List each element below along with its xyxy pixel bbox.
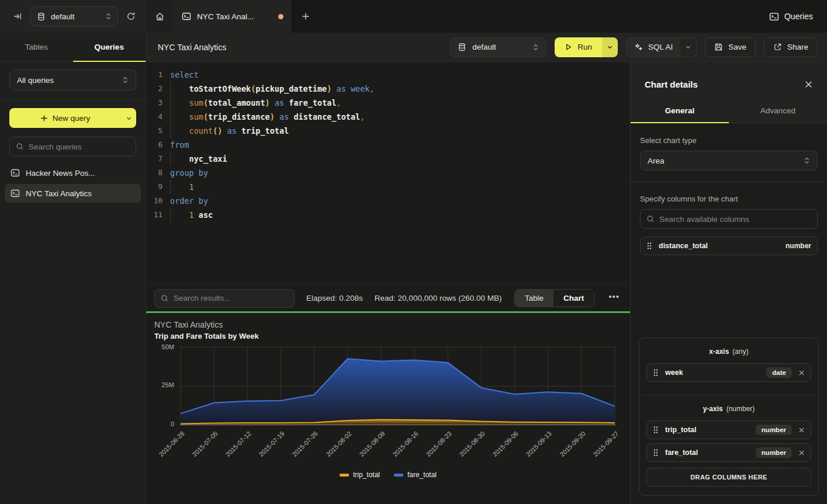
queries-menu-label: Queries [784, 12, 813, 21]
drag-columns-dropzone[interactable]: DRAG COLUMNS HERE [646, 468, 811, 486]
y-axis-column-trip-total[interactable]: trip_total number [646, 420, 811, 439]
results-more-button[interactable]: ••• [606, 291, 622, 305]
query-tab-label: NYC Taxi Anal... [197, 12, 254, 21]
x-axis-label-text: 2015-07-05 [191, 430, 219, 458]
y-axis-heading: y-axis(number) [646, 405, 811, 413]
query-search-input[interactable] [29, 142, 130, 151]
query-filter-select[interactable]: All queries [9, 69, 136, 91]
chart-subtitle: Trip and Fare Totals by Week [154, 332, 630, 340]
code-token: , [369, 84, 374, 93]
close-panel-button[interactable] [804, 80, 813, 89]
elapsed-stat: Elapsed: 0.208s [306, 294, 363, 303]
view-toggle-table[interactable]: Table [515, 290, 553, 307]
chevron-updown-icon [532, 44, 539, 51]
x-axis-label-text: 2015-08-16 [391, 430, 419, 458]
code-token [170, 182, 189, 192]
code-line[interactable]: 11 1 asc [146, 208, 630, 222]
new-tab-button[interactable] [292, 0, 320, 33]
panel-tab-advanced[interactable]: Advanced [729, 100, 827, 123]
chart-title: NYC Taxi Analytics [154, 320, 630, 329]
column-name: fare_total [665, 449, 698, 457]
saved-query-item[interactable]: NYC Taxi Analytics [5, 184, 141, 203]
sidebar-tab-queries[interactable]: Queries [73, 33, 146, 61]
x-axis-heading: x-axis(any) [646, 347, 811, 356]
home-tab[interactable] [146, 0, 174, 33]
code-line[interactable]: 7 nyc_taxi [146, 152, 630, 166]
column-name: distance_total [659, 242, 708, 250]
refresh-button[interactable] [123, 8, 139, 25]
code-token [275, 112, 279, 121]
code-line[interactable]: 8group by [146, 166, 630, 180]
sql-ai-main[interactable]: SQL AI [627, 38, 680, 57]
run-button-main[interactable]: Run [555, 37, 602, 57]
code-line[interactable]: 4 sum(trip_distance) as distance_total, [146, 110, 630, 124]
code-line[interactable]: 1select [146, 68, 630, 82]
x-axis-column-week[interactable]: week date [646, 363, 811, 382]
results-bar: Elapsed: 0.208s Read: 20,000,000 rows (2… [146, 284, 630, 311]
save-label: Save [728, 43, 746, 51]
query-icon [11, 189, 20, 198]
database-icon [37, 12, 46, 21]
saved-query-item[interactable]: Hacker News Pos... [5, 164, 141, 182]
sql-ai-dropdown[interactable] [680, 38, 696, 57]
available-column-distance-total[interactable]: distance_total number [640, 237, 818, 255]
collapse-sidebar-button[interactable] [9, 8, 26, 25]
code-token: week [351, 84, 370, 93]
line-number: 3 [146, 96, 162, 110]
code-line[interactable]: 5 count() as trip_total [146, 124, 630, 138]
panel-tab-general[interactable]: General [631, 100, 729, 123]
area-chart-svg[interactable] [180, 346, 615, 425]
sql-editor[interactable]: 1select2 toStartOfWeek(pickup_datetime) … [146, 62, 630, 284]
column-name: trip_total [665, 426, 696, 434]
code-line[interactable]: 10order by [146, 194, 630, 208]
code-text: sum(trip_distance) as distance_total, [162, 110, 365, 124]
results-search-input[interactable] [174, 294, 288, 303]
drag-handle-icon[interactable] [653, 369, 659, 377]
indent-guide [170, 82, 171, 96]
chart-type-label: Select chart type [640, 136, 818, 145]
new-query-button[interactable]: New query [9, 108, 136, 128]
run-button[interactable]: Run [555, 37, 618, 57]
chart-type-select[interactable]: Area [640, 151, 818, 171]
remove-column-button[interactable] [798, 370, 805, 376]
code-token [170, 84, 189, 93]
legend-item[interactable]: trip_total [340, 471, 380, 479]
query-tab-nyc-taxi[interactable]: NYC Taxi Anal... [174, 0, 292, 33]
panel-tab-general-label: General [665, 106, 694, 115]
code-line[interactable]: 9 1 [146, 180, 630, 194]
sql-ai-button[interactable]: SQL AI [626, 37, 697, 57]
code-text: nyc_taxi [162, 152, 227, 166]
code-text: select [162, 68, 199, 82]
queries-menu-button[interactable]: Queries [769, 0, 827, 33]
code-line[interactable]: 3 sum(total_amount) as fare_total, [146, 96, 630, 110]
view-toggle-chart[interactable]: Chart [553, 290, 594, 307]
y-axis-column-fare-total[interactable]: fare_total number [646, 443, 811, 462]
new-query-dropdown[interactable] [121, 108, 136, 128]
share-button[interactable]: Share [764, 37, 818, 57]
panel-tabs: General Advanced [631, 100, 827, 123]
drag-handle-icon[interactable] [653, 426, 659, 434]
run-options-dropdown[interactable] [602, 37, 618, 57]
sparkle-icon [634, 43, 643, 51]
remove-column-button[interactable] [798, 450, 805, 456]
legend-label: fare_total [407, 471, 437, 479]
page-layout: Tables Queries All queries New query [0, 33, 827, 504]
drag-handle-icon[interactable] [653, 449, 659, 457]
columns-search-input[interactable] [659, 215, 811, 224]
code-token: toStartOfWeek [189, 84, 251, 93]
code-line[interactable]: 2 toStartOfWeek(pickup_datetime) as week… [146, 82, 630, 96]
legend-item[interactable]: fare_total [394, 471, 437, 479]
save-button[interactable]: Save [705, 37, 756, 57]
editor-database-select[interactable]: default [450, 37, 546, 57]
new-query-main[interactable]: New query [9, 108, 121, 128]
view-toggle: Table Chart [514, 289, 595, 307]
code-line[interactable]: 6from [146, 138, 630, 152]
topbar-left: default [0, 0, 146, 33]
topbar-database-select[interactable]: default [30, 6, 118, 26]
sidebar-tab-tables[interactable]: Tables [0, 33, 73, 61]
code-token: as [275, 98, 284, 107]
drag-handle-icon[interactable] [646, 242, 652, 250]
panel-title: Chart details [645, 79, 698, 89]
legend-swatch [340, 474, 349, 477]
remove-column-button[interactable] [798, 427, 805, 433]
